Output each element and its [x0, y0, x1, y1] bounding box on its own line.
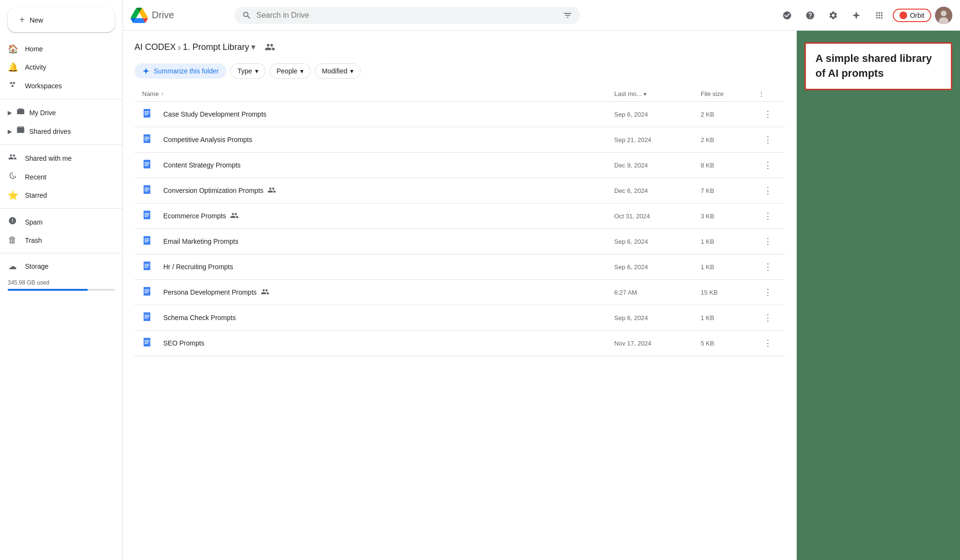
header: Drive: [123, 0, 960, 31]
file-modified: Dec 6, 2024: [614, 187, 701, 194]
file-more-options[interactable]: ⋮: [758, 107, 778, 122]
table-row[interactable]: Competitive Analysis Prompts Sep 21, 202…: [134, 127, 785, 153]
settings-button[interactable]: [824, 6, 843, 25]
file-modified: Sep 6, 2024: [614, 238, 701, 245]
docs-file-icon: [142, 185, 154, 196]
docs-file-icon: [142, 286, 154, 298]
more-options-button[interactable]: ⋮: [758, 208, 778, 224]
more-options-button[interactable]: ⋮: [758, 285, 778, 300]
docs-file-icon: [142, 210, 154, 222]
table-row[interactable]: Email Marketing Prompts Sep 6, 2024 1 KB…: [134, 229, 785, 254]
storage-bar-fill: [8, 289, 88, 291]
table-row[interactable]: Content Strategy Prompts Dec 9, 2024 8 K…: [134, 153, 785, 178]
col-more-header[interactable]: ⋮: [758, 90, 778, 97]
file-size: 15 KB: [701, 289, 758, 296]
col-name-header[interactable]: Name ↑: [142, 90, 614, 97]
file-size: 8 KB: [701, 162, 758, 169]
file-rows-container: Case Study Development Prompts Sep 6, 20…: [134, 102, 785, 356]
expand-arrow-icon: ▶: [8, 109, 12, 116]
expand-arrow-icon: ▶: [8, 128, 12, 135]
file-more-options[interactable]: ⋮: [758, 335, 778, 351]
file-more-options[interactable]: ⋮: [758, 259, 778, 274]
more-options-button[interactable]: ⋮: [758, 132, 778, 147]
breadcrumb-current[interactable]: 1. Prompt Library ▾: [183, 42, 255, 52]
app-name: Drive: [152, 10, 174, 21]
file-more-options[interactable]: ⋮: [758, 234, 778, 249]
file-more-options[interactable]: ⋮: [758, 132, 778, 147]
sidebar-item-trash[interactable]: 🗑 Trash: [0, 231, 115, 249]
shared-drives-icon: [16, 126, 25, 137]
docs-file-icon: [142, 159, 154, 171]
svg-rect-53: [145, 318, 148, 319]
file-more-options[interactable]: ⋮: [758, 285, 778, 300]
workspaces-icon: [8, 80, 17, 91]
search-bar[interactable]: [234, 7, 580, 24]
new-button[interactable]: + New: [8, 8, 115, 32]
docs-file-icon: [142, 337, 154, 349]
svg-rect-18: [145, 140, 148, 141]
sidebar-item-recent[interactable]: Recent: [0, 167, 115, 186]
more-options-button[interactable]: ⋮: [758, 310, 778, 325]
file-more-options[interactable]: ⋮: [758, 183, 778, 198]
tasks-button[interactable]: [778, 6, 797, 25]
sidebar-item-shared-with-me[interactable]: Shared with me: [0, 149, 115, 167]
apps-button[interactable]: [870, 6, 889, 25]
file-size: 3 KB: [701, 213, 758, 220]
more-options-button[interactable]: ⋮: [758, 183, 778, 198]
table-row[interactable]: Case Study Development Prompts Sep 6, 20…: [134, 102, 785, 127]
more-options-button[interactable]: ⋮: [758, 107, 778, 122]
orbit-label: Orbit: [910, 12, 924, 19]
table-row[interactable]: Hr / Recruiting Prompts Sep 6, 2024 1 KB…: [134, 254, 785, 280]
file-name-cell: Schema Check Prompts: [142, 312, 614, 323]
sidebar-item-label: Spam: [25, 218, 43, 226]
logo-area: Drive: [131, 7, 227, 24]
sidebar-item-home[interactable]: 🏠 Home: [0, 40, 115, 58]
sidebar-item-activity[interactable]: 🔔 Activity: [0, 58, 115, 76]
storage-bar: [8, 289, 115, 291]
file-more-options[interactable]: ⋮: [758, 310, 778, 325]
help-button[interactable]: [801, 6, 820, 25]
sidebar-item-my-drive[interactable]: ▶ My Drive: [0, 103, 115, 122]
summarize-label: Summarize this folder: [154, 67, 219, 75]
file-size: 5 KB: [701, 340, 758, 347]
sidebar-item-shared-drives[interactable]: ▶ Shared drives: [0, 122, 115, 141]
people-chevron-icon: ▾: [300, 67, 304, 75]
search-input[interactable]: [256, 11, 558, 20]
people-filter-button[interactable]: People ▾: [269, 63, 311, 79]
share-folder-button[interactable]: [261, 38, 279, 56]
type-filter-button[interactable]: Type ▾: [230, 63, 265, 79]
breadcrumb-parent[interactable]: AI CODEX: [134, 42, 176, 52]
table-row[interactable]: Persona Development Prompts 6:27 AM 15 K…: [134, 280, 785, 305]
shared-icon: [230, 212, 239, 220]
modified-filter-button[interactable]: Modified ▾: [315, 63, 361, 79]
sidebar-item-label: Activity: [25, 63, 46, 71]
table-row[interactable]: Conversion Optimization Prompts Dec 6, 2…: [134, 178, 785, 203]
table-row[interactable]: SEO Prompts Nov 17, 2024 5 KB ⋮: [134, 331, 785, 356]
table-row[interactable]: Ecommerce Prompts Oct 31, 2024 3 KB ⋮: [134, 203, 785, 229]
sidebar-item-workspaces[interactable]: Workspaces: [0, 76, 115, 95]
orbit-badge[interactable]: Orbit: [893, 9, 931, 22]
ai-button[interactable]: [847, 6, 866, 25]
sidebar-item-label: Shared with me: [25, 155, 72, 162]
more-options-button[interactable]: ⋮: [758, 157, 778, 173]
avatar[interactable]: [935, 7, 952, 24]
search-filter-icon[interactable]: [563, 11, 572, 20]
file-name-cell: SEO Prompts: [142, 337, 614, 349]
col-modified-header[interactable]: Last mo... ▾: [614, 90, 701, 97]
more-options-button[interactable]: ⋮: [758, 234, 778, 249]
more-options-button[interactable]: ⋮: [758, 335, 778, 351]
breadcrumb: AI CODEX › 1. Prompt Library ▾: [134, 38, 785, 56]
file-more-options[interactable]: ⋮: [758, 157, 778, 173]
breadcrumb-separator: ›: [178, 42, 181, 53]
svg-rect-3: [17, 109, 24, 115]
file-more-options[interactable]: ⋮: [758, 208, 778, 224]
sidebar-item-spam[interactable]: Spam: [0, 213, 115, 231]
sidebar-item-storage[interactable]: ☁ Storage: [0, 257, 115, 275]
table-row[interactable]: Schema Check Prompts Sep 6, 2024 1 KB ⋮: [134, 305, 785, 331]
sparkle-icon: [142, 67, 150, 75]
summarize-button[interactable]: Summarize this folder: [134, 63, 226, 79]
sort-desc-icon: ▾: [644, 91, 646, 97]
sidebar-item-starred[interactable]: ⭐ Starred: [0, 186, 115, 204]
more-options-button[interactable]: ⋮: [758, 259, 778, 274]
svg-rect-58: [145, 343, 148, 344]
